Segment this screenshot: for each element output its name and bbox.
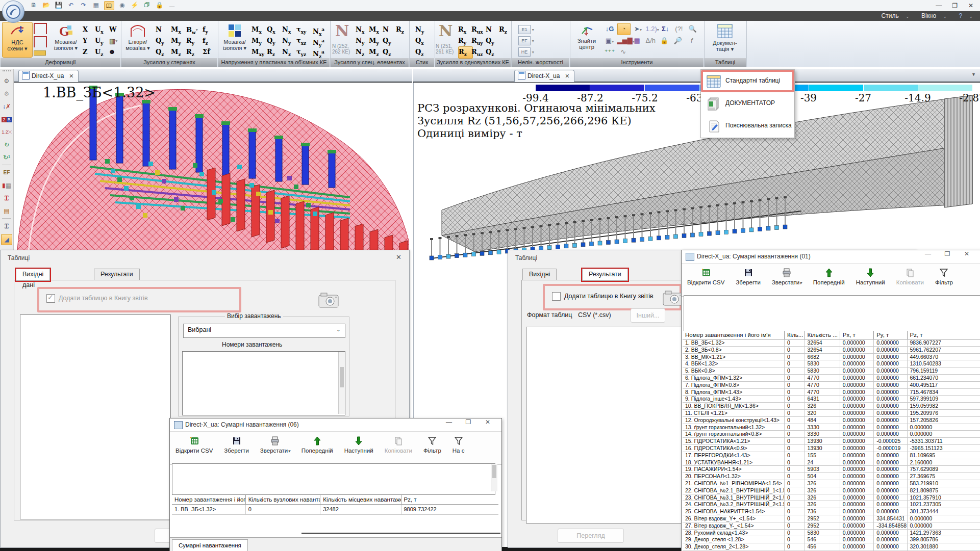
- left-viewport-tab[interactable]: Direct-X_ua✕: [18, 70, 79, 82]
- g-load-icon[interactable]: ↓G: [604, 23, 616, 35]
- help-menu[interactable]: ? ⌄: [953, 12, 973, 19]
- ef-icon[interactable]: EF: [2, 168, 12, 178]
- table-row[interactable]: 15. ГІДРОСТАТИКА<1.21> 0 13930 0.000000 …: [683, 438, 980, 445]
- next-button[interactable]: Наступний: [850, 267, 891, 285]
- table-row[interactable]: 30. Декор_стеля_2<1.28> 0 456 0.000000 0…: [683, 543, 980, 550]
- toolbar-grip[interactable]: [3, 70, 11, 73]
- epures-mosaic-button[interactable]: Епюри/мозаїка ▾: [122, 22, 153, 57]
- horizontal-scrollbar[interactable]: [301, 533, 500, 534]
- filter-button[interactable]: Фільтр: [418, 435, 447, 454]
- table-row[interactable]: 6. Підлога_ФПМ<1.32> 0 4770 0.000000 0.0…: [683, 375, 980, 382]
- close-button[interactable]: ✕: [964, 0, 978, 11]
- n-icon[interactable]: N: [335, 22, 349, 40]
- copy-button[interactable]: Копіювати: [891, 267, 929, 285]
- layout-button[interactable]: Зверстати▾: [766, 267, 808, 285]
- tab-input-data[interactable]: Вихідні дані: [16, 269, 50, 281]
- style-menu[interactable]: Стиль ⌄: [876, 12, 910, 19]
- documentation-button[interactable]: Докумен-тація ▾: [709, 22, 741, 57]
- table-row[interactable]: 23. СНІГОВА_№3.1_ВНУТРІШНІЙ_2<1.54> 0 32…: [683, 494, 980, 502]
- histogram-icon[interactable]: ▂▅▇▾: [617, 35, 630, 46]
- table-row[interactable]: 29. Декор_стеля <1.28> 0 546 0.000000 0.…: [683, 536, 980, 543]
- redo-icon[interactable]: ↷: [79, 1, 88, 9]
- previous-button[interactable]: Попередній: [296, 435, 339, 454]
- tab-results[interactable]: Результати: [582, 269, 628, 281]
- select-pointer-icon[interactable]: ➤▾: [632, 23, 644, 35]
- other-format-button[interactable]: Інший...: [631, 308, 665, 323]
- element-list-box[interactable]: [684, 295, 980, 332]
- open-csv-button[interactable]: Відкрити CSV: [170, 435, 218, 454]
- open-file-icon[interactable]: 📂: [41, 1, 51, 9]
- table-row[interactable]: 24. СНІГОВА_№3.2_ВНУТРІШНІЙ_2<1.54> 0 32…: [683, 501, 980, 508]
- tab-input-data[interactable]: Вихідні дані: [522, 269, 557, 280]
- rotate-icon[interactable]: ↻: [2, 140, 12, 150]
- lock2-icon[interactable]: 🔒: [658, 35, 670, 46]
- snapshot-icon[interactable]: ◉: [117, 1, 127, 9]
- lock-icon[interactable]: 🔒: [155, 1, 164, 9]
- table-row[interactable]: 21. СНІГОВА_№1_РІВНОМІРНА<1.54> 0 326 0.…: [683, 480, 980, 487]
- table-row[interactable]: 1. ВВ_ЗБ<1.32> 0 32654 0.000000 0.000000…: [683, 339, 980, 347]
- table-row[interactable]: 10. ВВ_ПОКРІВЛЯ_МК<1.36> 0 326 0.000000 …: [683, 403, 980, 410]
- minimize-button[interactable]: —: [439, 418, 459, 426]
- tab-list-dropdown-icon[interactable]: ▼: [971, 72, 976, 77]
- to-page-button[interactable]: На с: [447, 435, 470, 454]
- table-row[interactable]: 18. УСТАТКУВАННЯ<1.21> 0 24 0.000000 0.0…: [683, 459, 980, 466]
- rotate-dial-icon[interactable]: ◔: [617, 23, 631, 35]
- video-icon[interactable]: ▣▾: [604, 35, 616, 46]
- filter-button[interactable]: Фільтр: [929, 267, 959, 285]
- numbering-off-icon[interactable]: ↓✗: [2, 101, 12, 112]
- table-row[interactable]: 1. ВВ_ЗБ<1.32> 0 32482 9809.732422: [172, 505, 498, 515]
- numbering-icon[interactable]: 1.2)▾: [645, 23, 658, 35]
- close-button[interactable]: ✕: [478, 418, 497, 426]
- camera-icon[interactable]: [317, 290, 340, 312]
- f-icon[interactable]: f: [686, 35, 698, 46]
- table-row[interactable]: 7. Підлога_ФПМ<0.8> 0 4770 0.000000 0.00…: [683, 382, 980, 389]
- new-file-icon[interactable]: 🗎: [29, 1, 38, 9]
- close-button[interactable]: ✕: [957, 250, 976, 257]
- block-numbers-icon[interactable]: 2B: [2, 114, 12, 124]
- table-row[interactable]: 13. ґрунт горизонтальний<1.32> 0 3330 0.…: [683, 424, 980, 431]
- app-logo[interactable]: [2, 1, 24, 23]
- load-filter-select[interactable]: Вибрані⌄: [183, 324, 345, 338]
- sum-icon[interactable]: Σ↓: [659, 23, 671, 35]
- save-button[interactable]: Зберегти: [218, 435, 254, 454]
- previous-button[interactable]: Попередній: [808, 267, 850, 285]
- add-to-report-checkbox[interactable]: [552, 292, 561, 301]
- table-row[interactable]: 28. Рухомий склад<1.43> 0 5830 0.000000 …: [683, 530, 980, 537]
- menu-item-explanatory-note[interactable]: Пояснювальна записка: [701, 115, 794, 137]
- model-icon[interactable]: 🗇: [142, 1, 152, 9]
- window-menu-item[interactable]: Вікно ⌄: [916, 12, 947, 19]
- dialog-close-icon[interactable]: ✕: [396, 253, 401, 261]
- qat-more-icon[interactable]: ᎗: [167, 1, 177, 9]
- table-row[interactable]: 12. Огороджувальні конструкції<1.43> 0 4…: [683, 417, 980, 424]
- save-icon[interactable]: 💾: [54, 1, 63, 9]
- plus-icon[interactable]: ⁺⁺⁺: [604, 46, 616, 58]
- table-row[interactable]: 26. Вітер вздовж_Y+_<1.54> 0 2952 0.0000…: [683, 515, 980, 522]
- ibeam-red-icon[interactable]: Ɪ: [2, 193, 12, 203]
- table-row[interactable]: 14. ґрунт горизонтальний<0.8> 0 3330 0.0…: [683, 431, 980, 438]
- tab-results[interactable]: Результати: [94, 269, 140, 280]
- magnifier-icon[interactable]: 🔍: [687, 23, 699, 35]
- maximize-button[interactable]: ❐: [948, 0, 962, 11]
- zoom2-icon[interactable]: 🔎: [672, 35, 684, 46]
- table-row[interactable]: 22. СНІГОВА_№2.1_ВНУТРІШНІЙ_1<1.54> 0 32…: [683, 487, 980, 494]
- table-row[interactable]: 8. Підлога_ФПМ<1.43> 0 4770 0.000000 0.0…: [683, 389, 980, 396]
- layout-button[interactable]: Зверстати▾: [255, 435, 296, 454]
- gear-pencil-icon[interactable]: ⚙: [2, 89, 12, 99]
- categories-listbox[interactable]: [20, 314, 171, 519]
- open-csv-button[interactable]: Відкрити CSV: [682, 267, 730, 285]
- flash-icon[interactable]: ⚡: [130, 1, 139, 9]
- info-icon[interactable]: (?!: [673, 23, 685, 35]
- table-row[interactable]: 2. ВВ_ЗБ<0.8> 0 32654 0.000000 0.000000 …: [683, 347, 980, 354]
- find-center-button[interactable]: Знайтицентр: [572, 22, 601, 57]
- maximize-button[interactable]: ❐: [459, 418, 478, 426]
- ibeam-icon[interactable]: Ɪ: [2, 221, 12, 231]
- menu-item-documentator[interactable]: ДОКУМЕНТАТОР: [701, 92, 794, 115]
- table-row[interactable]: 5. ВБК<0.8> 0 5830 0.000000 0.000000 796…: [683, 368, 980, 375]
- table-row[interactable]: 3. ВВ_МК<1.21> 0 6682 0.000000 0.000000 …: [683, 354, 980, 361]
- next-button[interactable]: Наступний: [339, 435, 379, 454]
- wedge-icon[interactable]: ◢: [1, 234, 12, 245]
- table-row[interactable]: 11. СТЕЛІ <1.21> 0 320 0.000000 0.000000…: [683, 410, 980, 417]
- nds-schemes-button[interactable]: НДСсхеми ▾: [2, 22, 33, 58]
- load-numbers-listbox[interactable]: [182, 351, 345, 415]
- mosaic-isofields-button-1[interactable]: G Мозаїка/ізополя ▾: [50, 22, 82, 57]
